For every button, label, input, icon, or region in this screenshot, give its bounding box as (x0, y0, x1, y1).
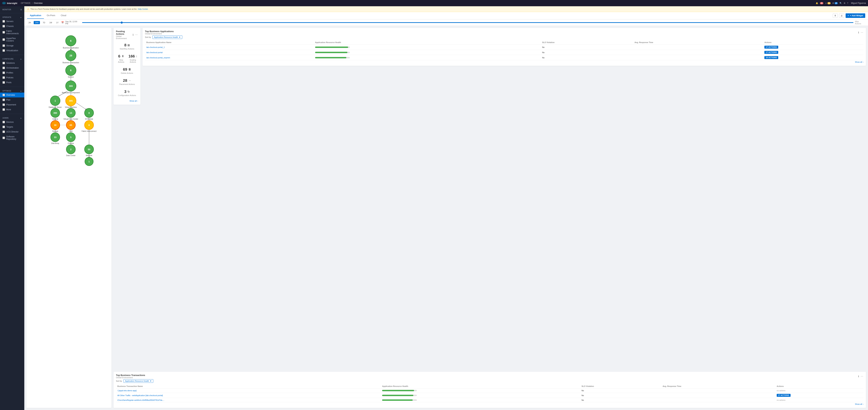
sidebar-item-pools[interactable]: ⬜ Pools (0, 80, 24, 85)
apps-action-btn-1[interactable]: 17 ACTIONS (764, 51, 778, 54)
pending-info-icon[interactable]: ℹ (132, 33, 134, 36)
sidebar-item-solutions[interactable]: ⬜ Solutions (0, 61, 24, 65)
svg-text:Application Component: Application Component (62, 92, 80, 94)
help-icon[interactable]: ? (847, 2, 848, 4)
apps-action-btn-2[interactable]: 16 ACTIONS (764, 56, 778, 59)
time-24h[interactable]: 24H (34, 21, 40, 24)
apps-info-icon[interactable]: ℹ (858, 31, 859, 34)
sidebar-configure-header[interactable]: CONFIGURE ▲ (0, 57, 24, 61)
svg-text:305: 305 (69, 99, 73, 102)
settings-icon[interactable]: ⚙ (844, 2, 845, 4)
top-apps-title: Top Business Applications (145, 30, 174, 33)
user-menu[interactable]: Miguel Figueroa (851, 2, 866, 4)
pending-more-icon[interactable]: ⋯ (135, 33, 138, 36)
sidebar-item-fabric-interconnects[interactable]: ⬜ Fabric Interconnects (0, 29, 24, 36)
time-1m[interactable]: 1M (48, 21, 53, 24)
sidebar-item-software-repo[interactable]: ⬜ Software Repository (0, 134, 24, 142)
time-7d[interactable]: 7D (41, 21, 46, 24)
transactions-info-icon[interactable]: ℹ (858, 375, 859, 378)
tx-row-health-0 (381, 388, 580, 393)
sidebar-item-placement[interactable]: ⬜ Placement (0, 102, 24, 107)
time-slider[interactable] (82, 22, 854, 23)
search-icon[interactable]: 🔍 (840, 2, 842, 4)
sidebar-item-targets[interactable]: ⬜ Targets (0, 124, 24, 129)
alert-yellow-icon[interactable]: ⚠ 59 (825, 2, 831, 4)
topology-svg: 6 Business Application 28 Business Trans… (29, 31, 112, 170)
tech-preview-banner: ⚠ This is a Tech Preview feature for fee… (24, 6, 868, 12)
alert-red-icon[interactable]: 80 (820, 2, 823, 4)
sidebar-item-plan[interactable]: ⬜ Plan (0, 97, 24, 102)
tx-health-bar-0 (382, 390, 417, 391)
plan-icon: ⬜ (2, 99, 5, 101)
tx-link-0[interactable]: / [appd-eks-demo-app] (117, 389, 136, 391)
sidebar-item-virtualization[interactable]: ⬜ Virtualization (0, 48, 24, 53)
tab-onprem[interactable]: On-Prem (44, 12, 58, 19)
tx-action-btn-1[interactable]: 17 ACTIONS (777, 394, 790, 397)
transactions-more-icon[interactable]: ⋯ (860, 375, 864, 378)
sidebar-item-profiles[interactable]: ⬜ Profiles (0, 70, 24, 75)
sidebar-operate-header[interactable]: OPERATE ▲ (0, 15, 24, 19)
transactions-table-container: Business Transaction Name Application Re… (116, 384, 864, 402)
sidebar-item-storage[interactable]: ⬜ Storage (0, 43, 24, 48)
calendar-icon[interactable]: 📅 (61, 21, 64, 24)
time-1y[interactable]: 1Y (55, 21, 60, 24)
stop-icon: ⏸ (121, 55, 124, 58)
sidebar-item-orchestration[interactable]: ⬜ Orchestration (0, 65, 24, 70)
apps-show-all[interactable]: Show all › (145, 60, 864, 64)
pending-actions-card: Pending Actions Global Environment ℹ ⋯ (114, 28, 141, 105)
svg-point-3 (3, 3, 3, 4)
sidebar-optimize-header[interactable]: OPTIMIZE ▲ (0, 89, 24, 93)
sidebar-item-ucs[interactable]: ⬜ UCS Director (0, 129, 24, 134)
placement-count: 28 (123, 78, 127, 83)
print-button[interactable]: 🖨 (839, 13, 844, 18)
apps-link-1[interactable]: lab-checkout-portal (146, 51, 163, 54)
sidebar-item-policies[interactable]: ⬜ Policies (0, 75, 24, 80)
apps-more-icon[interactable]: ⋯ (860, 31, 864, 34)
sidebar-item-overview[interactable]: ⬜ Overview (0, 93, 24, 97)
svg-text:5: 5 (70, 136, 71, 139)
tx-row-slo-1: No (580, 393, 661, 398)
apps-row-response-2 (633, 55, 763, 60)
top-apps-wrapper: Top Business Applications Global Environ… (143, 28, 866, 370)
transactions-show-all[interactable]: Show all › (116, 402, 864, 406)
apps-sort-select[interactable]: Application Resource Health ▼ (152, 35, 182, 39)
main-scroll-area: 6 Business Application 28 Business Trans… (24, 26, 868, 410)
tx-col-health: Application Resource Health (381, 384, 580, 388)
tx-link-2[interactable]: /CiscoSansRegular-webfont.e3ef68ba300d37… (117, 399, 164, 401)
time-2h[interactable]: 2H (27, 21, 32, 24)
topnav-right: 🔔 80 ⚠ 59 ✉ 29 🔍 ⚙ ? Miguel Figueroa (816, 2, 866, 4)
sidebar-item-servers[interactable]: ⬜ Servers (0, 19, 24, 24)
message-icon[interactable]: ✉ 29 (832, 2, 838, 4)
sidebar-monitor-header[interactable]: MONITOR ☰ (0, 7, 24, 11)
add-widget-button[interactable]: + + Add Widget (846, 13, 865, 18)
sidebar-item-devices[interactable]: ⬜ Devices (0, 120, 24, 124)
tab-cloud[interactable]: Cloud (58, 12, 69, 19)
apps-link-0[interactable]: lab-checkout-portal_1 (146, 46, 165, 48)
apps-table-container: Business Application Name Application Re… (145, 40, 864, 60)
apps-col-slo: SLO Violation (541, 40, 633, 45)
tab-application[interactable]: Application (27, 12, 44, 19)
apps-row-name-2: lab-checkout-portal_onprem (145, 55, 314, 60)
fabric-icon: ⬜ (2, 31, 5, 33)
breadcrumb-root[interactable]: OPTIMIZE (21, 2, 31, 4)
apps-link-2[interactable]: lab-checkout-portal_onprem (146, 57, 170, 59)
help-center-link[interactable]: Help Center. (138, 8, 148, 10)
svg-point-1 (3, 2, 3, 3)
bell-icon[interactable]: 🔔 (816, 2, 818, 4)
tab-bar: Application On-Prem Cloud ⬇ 🖨 + + Add Wi… (24, 12, 868, 20)
pending-show-all[interactable]: Show all › (116, 99, 138, 102)
sidebar-item-hyperflex[interactable]: ⬜ HyperFlex Clusters (0, 36, 24, 43)
download-button[interactable]: ⬇ (833, 13, 838, 18)
config-label: Configuration Actions (117, 94, 137, 96)
svg-text:Disk Array: Disk Array (51, 142, 59, 144)
tx-link-1[interactable]: All Other Traffic - webApplication [lab-… (117, 394, 163, 397)
svg-text:1: 1 (88, 160, 90, 163)
targets-icon: ⬜ (2, 126, 5, 128)
sidebar-admin-header[interactable]: ADMIN ▲ (0, 116, 24, 120)
sidebar-item-chassis[interactable]: ⬜ Chassis (0, 24, 24, 29)
apps-action-btn-0[interactable]: 17 ACTIONS (764, 46, 778, 49)
sidebar-item-more[interactable]: ⬜ More (0, 107, 24, 112)
transactions-sort-select[interactable]: Application Resource Health ▼ (123, 379, 153, 383)
apps-table-header: Business Application Name Application Re… (145, 40, 864, 45)
logo[interactable]: Intersight (2, 1, 17, 5)
